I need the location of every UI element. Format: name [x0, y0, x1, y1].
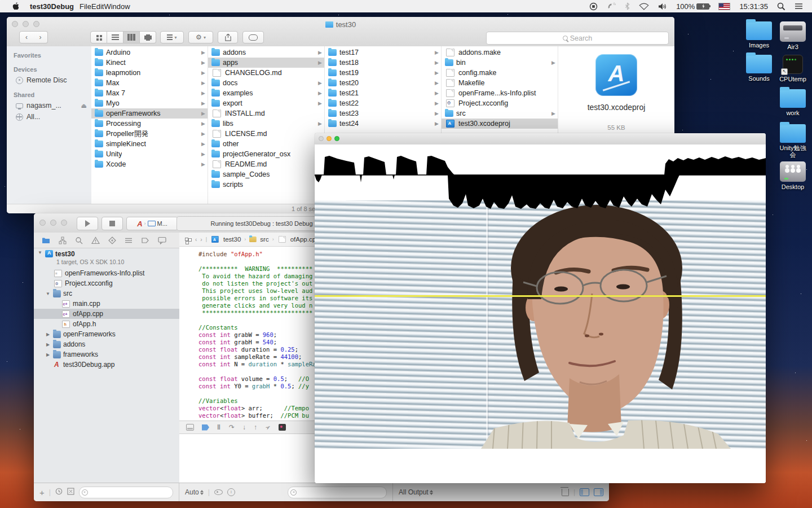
finder-item[interactable]: test24▶ — [325, 119, 441, 129]
symbol-navigator-tab[interactable] — [59, 237, 67, 244]
finder-item[interactable]: examples▶ — [208, 88, 324, 98]
minimize-button[interactable] — [50, 220, 56, 226]
finder-item[interactable]: addons▶ — [208, 47, 324, 58]
forward-history-button[interactable]: › — [200, 237, 202, 243]
finder-item[interactable]: test22▶ — [325, 98, 441, 108]
zoom-button[interactable] — [334, 136, 339, 141]
variables-scope-selector[interactable]: Auto — [185, 488, 204, 496]
finder-item[interactable]: CHANGELOG.md — [208, 68, 324, 78]
navigator-item[interactable]: hofApp.h — [34, 319, 179, 329]
spotlight-icon[interactable] — [773, 0, 790, 12]
close-button[interactable] — [319, 136, 324, 141]
menu-clock[interactable]: 15:31:35 — [735, 0, 773, 12]
scheme-selector[interactable]: A › M... — [126, 217, 178, 230]
desktop-icon-folder[interactable]: Sounds — [743, 52, 775, 82]
disclosure-triangle[interactable]: ▶ — [45, 352, 51, 357]
menu-edit[interactable]: Edit — [91, 2, 104, 11]
finder-item[interactable]: README.md — [208, 159, 324, 169]
finder-item[interactable]: addons.make — [442, 47, 558, 58]
screen-record-icon[interactable] — [585, 0, 602, 12]
finder-item[interactable]: leapmotion▶ — [91, 68, 208, 78]
finder-item[interactable]: Max▶ — [91, 78, 208, 88]
issue-navigator-tab[interactable] — [91, 237, 100, 244]
finder-item[interactable]: src▶ — [442, 108, 558, 119]
apple-menu[interactable] — [6, 0, 24, 12]
debug-navigator-tab[interactable] — [125, 237, 133, 244]
finder-item[interactable]: Project.xcconfig — [442, 98, 558, 108]
close-button[interactable] — [39, 220, 46, 226]
finder-item[interactable]: apps▶ — [208, 58, 324, 68]
finder-item[interactable]: test23▶ — [325, 108, 441, 119]
desktop-icon-terminal[interactable]: CPUtemp — [776, 52, 809, 82]
notification-center-icon[interactable] — [790, 0, 807, 12]
stop-button[interactable] — [102, 217, 123, 230]
sidebar-item[interactable]: All... — [7, 111, 91, 122]
finder-item[interactable]: Xcode▶ — [91, 159, 208, 169]
project-navigator-tab[interactable] — [42, 237, 50, 244]
column-view-button[interactable] — [123, 31, 140, 43]
search-field[interactable]: Search — [486, 32, 669, 45]
disclosure-triangle[interactable]: ▶ — [45, 332, 51, 337]
zoom-button[interactable] — [61, 220, 67, 226]
test-navigator-tab[interactable] — [108, 237, 116, 244]
sidebar-item[interactable]: Remote Disc — [7, 75, 91, 86]
step-out-icon[interactable]: ↑ — [254, 423, 257, 431]
desktop-icon-netdrive[interactable]: Desktop — [776, 159, 809, 190]
wifi-icon[interactable] — [634, 0, 654, 12]
finder-item[interactable]: libs▶ — [208, 119, 324, 129]
clear-console-icon[interactable] — [562, 489, 569, 496]
pause-icon[interactable]: ‖ — [217, 423, 221, 431]
navigator-filter-field[interactable] — [79, 487, 173, 498]
view-debugger-icon[interactable] — [279, 424, 286, 431]
finder-item[interactable]: Processing▶ — [91, 119, 208, 129]
finder-item[interactable]: projectGenerator_osx▶ — [208, 149, 324, 159]
finder-item[interactable]: bin▶ — [442, 58, 558, 68]
finder-item[interactable]: INSTALL.md — [208, 108, 324, 119]
disclosure-triangle[interactable]: ▼ — [45, 291, 51, 296]
finder-item[interactable]: sample_Codes▶ — [208, 169, 324, 179]
console-output-selector[interactable]: All Output — [399, 488, 433, 496]
finder-item[interactable]: Kinect▶ — [91, 58, 208, 68]
step-into-icon[interactable]: ↓ — [242, 423, 246, 431]
tags-button[interactable] — [242, 31, 264, 43]
finder-item[interactable]: test19▶ — [325, 68, 441, 78]
icon-view-button[interactable] — [90, 31, 107, 43]
run-button[interactable] — [77, 217, 98, 230]
finder-item[interactable]: simpleKinect▶ — [91, 139, 208, 149]
navigator-item[interactable]: c+ofApp.cpp — [34, 309, 179, 319]
finder-item[interactable]: Arduino▶ — [91, 47, 208, 58]
navigator-item[interactable]: ⚙Project.xcconfig — [34, 278, 179, 288]
filter-scope-icon[interactable] — [67, 488, 74, 497]
finder-item[interactable]: openFrameworks▶ — [91, 108, 208, 119]
finder-item[interactable]: docs▶ — [208, 78, 324, 88]
finder-item[interactable]: Unity▶ — [91, 149, 208, 159]
navigator-item[interactable]: ▼src — [34, 288, 179, 299]
camera-titlebar[interactable] — [315, 133, 766, 145]
finder-item[interactable]: test17▶ — [325, 47, 441, 58]
finder-item[interactable]: config.make — [442, 68, 558, 78]
finder-item[interactable]: test30.xcodeproj — [442, 119, 558, 129]
show-console-pane-toggle[interactable] — [594, 488, 603, 496]
finder-item[interactable]: openFrame...ks-Info.plist — [442, 88, 558, 98]
disclosure-triangle[interactable]: ▶ — [45, 342, 51, 347]
finder-item[interactable]: Makefile — [442, 78, 558, 88]
report-navigator-tab[interactable] — [158, 237, 166, 244]
sidebar-item[interactable]: nagasm_...⏏ — [7, 100, 91, 111]
back-history-button[interactable]: ‹ — [195, 237, 197, 243]
forward-button[interactable]: › — [33, 31, 48, 43]
menu-window[interactable]: Window — [104, 2, 130, 11]
desktop-icon-folder[interactable]: Images — [743, 19, 775, 49]
back-button[interactable]: ‹ — [19, 31, 34, 43]
find-navigator-tab[interactable] — [75, 237, 83, 244]
breadcrumb-item[interactable]: src — [249, 236, 268, 243]
finder-item[interactable]: LICENSE.md — [208, 129, 324, 139]
breakpoint-navigator-tab[interactable] — [141, 237, 149, 244]
action-button[interactable]: ⚙▾ — [188, 31, 213, 43]
desktop-icon-folder[interactable]: work — [776, 87, 809, 116]
finder-item[interactable]: test18▶ — [325, 58, 441, 68]
finder-item[interactable]: test20▶ — [325, 78, 441, 88]
navigator-item[interactable]: ▶addons — [34, 339, 179, 349]
eject-icon[interactable]: ⏏ — [81, 102, 87, 110]
input-flag-icon[interactable] — [714, 0, 735, 12]
related-items-icon[interactable] — [185, 238, 188, 241]
